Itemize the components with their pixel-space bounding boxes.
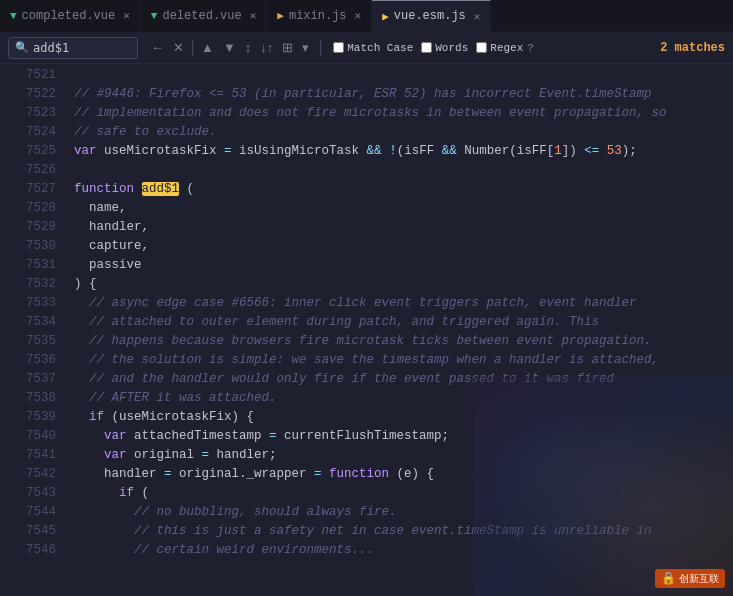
search-input-wrapper: 🔍 <box>8 37 138 59</box>
code-line: // implementation and does not fire micr… <box>74 104 733 123</box>
watermark: 🔒 创新互联 <box>655 569 725 588</box>
line-number: 7546 <box>18 541 56 560</box>
tab-completed-vue[interactable]: ▼ completed.vue ✕ <box>0 0 141 32</box>
line-number: 7537 <box>18 370 56 389</box>
tab-label-vue-esm-js: vue.esm.js <box>394 9 466 23</box>
line-number: 7532 <box>18 275 56 294</box>
match-count-value: 2 matches <box>660 41 725 55</box>
code-line: function add$1 ( <box>74 180 733 199</box>
regex-tooltip: ? <box>527 42 534 54</box>
code-line: passive <box>74 256 733 275</box>
line-number: 7521 <box>18 66 56 85</box>
code-line: handler, <box>74 218 733 237</box>
code-line: // safe to exclude. <box>74 123 733 142</box>
tab-label-completed-vue: completed.vue <box>22 9 116 23</box>
replace-button[interactable]: ⊞ <box>279 40 296 55</box>
code-line: // attached to outer element during patc… <box>74 313 733 332</box>
line-number: 7531 <box>18 256 56 275</box>
sort-button[interactable]: ↓↑ <box>257 40 276 55</box>
search-bar: 🔍 ← ✕ ▲ ▼ ↕ ↓↑ ⊞ ▾ Match Case Words Rege… <box>0 32 733 64</box>
words-option[interactable]: Words <box>421 42 468 54</box>
close-tab-mixin-js[interactable]: ✕ <box>355 9 362 22</box>
line-number: 7524 <box>18 123 56 142</box>
code-line: name, <box>74 199 733 218</box>
match-count: 2 matches <box>660 41 725 55</box>
code-line: // the solution is simple: we save the t… <box>74 351 733 370</box>
vue-icon-1: ▼ <box>10 10 17 22</box>
tab-label-deleted-vue: deleted.vue <box>162 9 241 23</box>
search-divider <box>192 40 193 56</box>
filter-button[interactable]: ↕ <box>242 40 255 55</box>
regex-label: Regex <box>490 42 523 54</box>
watermark-text: 创新互联 <box>679 572 719 586</box>
line-number: 7533 <box>18 294 56 313</box>
nav-up-button[interactable]: ▲ <box>198 40 217 55</box>
match-case-checkbox[interactable] <box>333 42 344 53</box>
js-icon-vue-esm: ▶ <box>382 10 389 23</box>
code-line: // #9446: Firefox <= 53 (in particular, … <box>74 85 733 104</box>
line-number: 7528 <box>18 199 56 218</box>
regex-checkbox[interactable] <box>476 42 487 53</box>
code-line: var useMicrotaskFix = isUsingMicroTask &… <box>74 142 733 161</box>
tab-deleted-vue[interactable]: ▼ deleted.vue ✕ <box>141 0 267 32</box>
gutter <box>0 64 18 596</box>
code-line: // async edge case #6566: inner click ev… <box>74 294 733 313</box>
line-number: 7543 <box>18 484 56 503</box>
line-number: 7523 <box>18 104 56 123</box>
code-line: // happens because browsers fire microta… <box>74 332 733 351</box>
editor: 7521752275237524752575267527752875297530… <box>0 64 733 596</box>
tab-label-mixin-js: mixin.js <box>289 9 347 23</box>
line-number: 7522 <box>18 85 56 104</box>
code-line <box>74 66 733 85</box>
clear-search-button[interactable]: ✕ <box>170 40 187 55</box>
match-case-option[interactable]: Match Case <box>333 42 413 54</box>
watermark-icon: 🔒 <box>661 571 676 586</box>
vue-icon-2: ▼ <box>151 10 158 22</box>
line-number: 7539 <box>18 408 56 427</box>
words-label: Words <box>435 42 468 54</box>
line-number: 7542 <box>18 465 56 484</box>
search-options: Match Case Words Regex ? <box>333 42 534 54</box>
line-number: 7527 <box>18 180 56 199</box>
line-number: 7538 <box>18 389 56 408</box>
search-controls: ← ✕ ▲ ▼ ↕ ↓↑ ⊞ ▾ <box>148 40 312 56</box>
words-checkbox[interactable] <box>421 42 432 53</box>
line-number: 7535 <box>18 332 56 351</box>
filter2-button[interactable]: ▾ <box>299 40 312 55</box>
match-case-label: Match Case <box>347 42 413 54</box>
line-number: 7536 <box>18 351 56 370</box>
tab-mixin-js[interactable]: ▶ mixin.js ✕ <box>267 0 372 32</box>
line-number: 7544 <box>18 503 56 522</box>
js-icon-mixin: ▶ <box>277 9 284 22</box>
code-line <box>74 161 733 180</box>
close-tab-vue-esm-js[interactable]: ✕ <box>474 10 481 23</box>
line-number: 7525 <box>18 142 56 161</box>
close-tab-completed-vue[interactable]: ✕ <box>123 9 130 22</box>
tab-vue-esm-js[interactable]: ▶ vue.esm.js ✕ <box>372 0 491 32</box>
search-divider-2 <box>320 40 321 56</box>
close-tab-deleted-vue[interactable]: ✕ <box>250 9 257 22</box>
line-number: 7526 <box>18 161 56 180</box>
line-number: 7541 <box>18 446 56 465</box>
nav-down-button[interactable]: ▼ <box>220 40 239 55</box>
line-number: 7545 <box>18 522 56 541</box>
line-numbers: 7521752275237524752575267527752875297530… <box>18 64 66 596</box>
arrow-left-button[interactable]: ← <box>148 40 167 55</box>
regex-option[interactable]: Regex ? <box>476 42 534 54</box>
code-line: capture, <box>74 237 733 256</box>
line-number: 7540 <box>18 427 56 446</box>
line-number: 7530 <box>18 237 56 256</box>
search-input[interactable] <box>33 41 123 55</box>
background-image-overlay <box>473 376 733 596</box>
search-icon: 🔍 <box>15 41 29 54</box>
line-number: 7529 <box>18 218 56 237</box>
line-number: 7534 <box>18 313 56 332</box>
tab-bar: ▼ completed.vue ✕ ▼ deleted.vue ✕ ▶ mixi… <box>0 0 733 32</box>
code-line: ) { <box>74 275 733 294</box>
